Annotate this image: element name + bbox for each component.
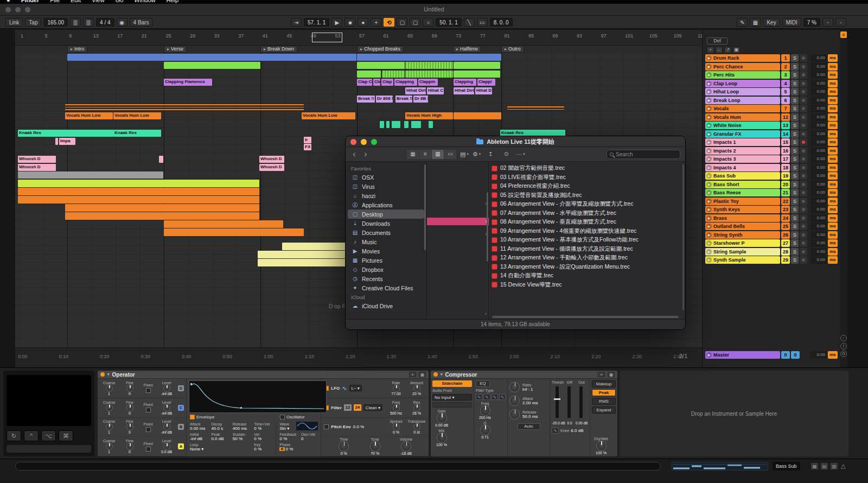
comp-gain[interactable]: Gain0.00 dB — [432, 409, 451, 427]
eq-q[interactable]: Q0.71 — [476, 421, 494, 439]
fine[interactable]: Fine0 — [120, 439, 139, 454]
arm-button[interactable] — [800, 206, 807, 213]
track-row[interactable]: ▶Vocals Hum12S0.00ms — [705, 113, 838, 121]
fine-knob[interactable] — [126, 404, 133, 411]
locator-flag[interactable]: Intro — [67, 46, 87, 53]
track-title[interactable]: ▶Perc Chance — [705, 63, 780, 71]
comp-mix-knob[interactable] — [437, 433, 447, 443]
filter-slope-12[interactable]: 12 — [344, 404, 352, 411]
envelope-toggle[interactable] — [190, 415, 195, 420]
track-title[interactable]: ▶Impacts 1 — [705, 138, 780, 146]
operator-device[interactable]: ▾ Operator + ▣ Coarse1Fine0FixedLevel-in… — [98, 371, 429, 456]
track-delay[interactable]: 0.00 — [810, 206, 827, 213]
solo-button[interactable]: S — [791, 54, 799, 62]
solo-button[interactable]: S — [791, 80, 799, 87]
clip[interactable]: Dr 8B ! — [413, 96, 428, 103]
track-title[interactable]: ▶Outland Bells — [705, 223, 780, 230]
arm-button[interactable] — [800, 256, 807, 264]
global-time-knob[interactable] — [339, 441, 349, 452]
clip[interactable]: Vocals Hum High — [405, 112, 453, 119]
track-title[interactable]: ▶Bass Short — [705, 181, 780, 188]
arm-button[interactable] — [800, 71, 807, 79]
track-title[interactable]: ▶Granular FX — [705, 130, 780, 138]
sidebar-scrollbar[interactable] — [424, 164, 426, 250]
clip[interactable] — [164, 220, 283, 228]
punch-out-icon[interactable]: ▢ — [410, 18, 420, 27]
pitch-transpose-knob[interactable] — [413, 423, 420, 430]
file-row[interactable]: 14 自動介面導覽.trec — [492, 271, 681, 280]
filter-type-select[interactable]: Clean ▾ — [363, 404, 382, 411]
clip[interactable] — [357, 62, 405, 69]
compressor-power-toggle[interactable] — [433, 372, 438, 377]
coarse-knob[interactable] — [106, 404, 113, 411]
osc-a-tab[interactable]: A — [178, 443, 184, 449]
coarse-knob[interactable] — [106, 443, 113, 450]
arm-button[interactable] — [800, 138, 807, 146]
clip[interactable] — [65, 204, 259, 212]
clip[interactable]: Whoosh D — [18, 164, 56, 171]
envelope-param[interactable]: Sustain50 % — [233, 433, 250, 441]
clip[interactable] — [357, 54, 501, 61]
solo-button[interactable]: S — [791, 248, 799, 256]
clip[interactable] — [454, 112, 501, 119]
arm-button[interactable] — [800, 155, 807, 163]
locator-flag[interactable]: Verse — [164, 46, 187, 53]
track-row[interactable]: ▶Granular FX14S0.00ms — [705, 130, 838, 138]
fade-icon[interactable]: ╲ — [464, 18, 475, 27]
clip[interactable]: Break !! — [395, 96, 412, 103]
notification-icon[interactable]: △ — [841, 462, 845, 469]
clip[interactable]: Vocals Hum Low — [113, 112, 161, 119]
file-row[interactable]: 06 Arrangement View - 介面導覽及縮放瀏覽方式.trec — [492, 200, 681, 208]
track-delay[interactable]: 0.00 — [810, 172, 827, 180]
clip[interactable]: Hihat C — [427, 87, 444, 94]
back-to-arrangement-button[interactable]: ⟲ — [384, 18, 394, 27]
solo-button[interactable]: S — [791, 206, 799, 213]
track-row[interactable]: ▶Impacts 216S0.00ms — [705, 147, 838, 155]
eq-freq-knob[interactable] — [480, 405, 490, 416]
sidebar-item-haozi[interactable]: ⌂haozi — [348, 191, 424, 200]
solo-button[interactable]: S — [791, 256, 799, 264]
time-signature-value[interactable]: 4 / 4 — [96, 18, 114, 27]
sidechain-tab[interactable]: Sidechain — [432, 380, 472, 387]
level[interactable]: Level-inf dB — [157, 401, 176, 415]
solo-button[interactable]: S — [791, 239, 799, 247]
arm-button[interactable] — [800, 198, 807, 205]
osc-b-tab[interactable]: B — [178, 424, 184, 430]
solo-button[interactable]: S — [791, 189, 799, 196]
oscillator-param[interactable]: PhaseR0 % — [279, 443, 297, 452]
eq-q-knob[interactable] — [480, 425, 490, 435]
master-delay[interactable]: 0.00 — [810, 351, 827, 359]
comp-param-release[interactable]: Release50.0 ms — [509, 409, 548, 420]
envelope-param[interactable]: Peak0.0 dB — [211, 433, 228, 441]
sidebar-item-movies[interactable]: ▶Movies — [348, 246, 424, 256]
level-knob[interactable] — [163, 423, 170, 430]
fixed-checkbox[interactable] — [146, 388, 151, 393]
lfo-amount-knob[interactable] — [413, 385, 420, 392]
track-delay[interactable]: 0.00 — [810, 63, 827, 71]
track-title[interactable]: ▶Impacts 4 — [705, 164, 780, 171]
thresh-meter[interactable] — [555, 386, 559, 418]
clip[interactable] — [159, 156, 163, 163]
arm-button[interactable] — [800, 231, 807, 239]
arm-button[interactable] — [800, 88, 807, 96]
envelope-param[interactable]: Initial-inf dB — [190, 433, 207, 441]
filter-shape-icon[interactable]: ∿ — [492, 394, 498, 400]
track-title[interactable]: ▶Plastic Toy — [705, 198, 780, 205]
track-row[interactable]: ▶Clap Loop4S0.00ms — [705, 80, 838, 87]
sidebar-item-applications[interactable]: ⒶApplications — [348, 200, 424, 209]
track-row[interactable]: ▶Perc Hits3S0.00ms — [705, 71, 838, 79]
track-title[interactable]: ▶String Synth — [705, 231, 780, 239]
clip[interactable] — [357, 71, 381, 78]
clip[interactable] — [65, 212, 259, 220]
track-title[interactable]: ▶Brass — [705, 214, 780, 222]
play-button[interactable]: ▶ — [331, 18, 342, 27]
clip[interactable]: Hihat Dirt — [454, 87, 474, 94]
arm-button[interactable] — [800, 105, 807, 112]
nudge-up-icon[interactable]: ||| — [83, 18, 94, 27]
comp-param-ratio[interactable]: Ratioinf : 1 — [509, 382, 548, 392]
track-row[interactable]: ▶Bass Reese21S0.00ms — [705, 189, 838, 196]
list-view-icon[interactable]: ▤ — [820, 462, 828, 470]
close-icon[interactable] — [350, 139, 356, 145]
comp-mix[interactable]: Mix100 % — [432, 429, 451, 447]
file-row[interactable]: 13 Arrangement View - 設定Quantization Men… — [492, 263, 681, 271]
